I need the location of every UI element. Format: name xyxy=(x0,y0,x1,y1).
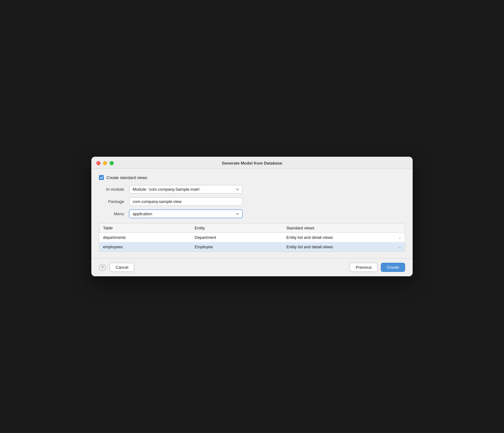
traffic-lights xyxy=(96,161,114,165)
create-standard-views-row: Create standard views xyxy=(99,175,405,180)
entities-table: Table Entity Standard views departmentsD… xyxy=(99,223,405,251)
chevron-down-icon: ⌄ xyxy=(398,236,401,239)
form-fields: In module Module: 'com.company.Sample.ma… xyxy=(99,185,405,218)
footer: ? Cancel Previous Create xyxy=(91,258,413,276)
help-button[interactable]: ? xyxy=(99,264,106,271)
table-views-text: Entity list and detail views xyxy=(286,245,333,249)
minimize-button[interactable] xyxy=(103,161,107,165)
menu-label: Menu xyxy=(99,211,124,216)
maximize-button[interactable] xyxy=(110,161,114,165)
table-views-text: Entity list and detail views xyxy=(286,235,333,240)
close-button[interactable] xyxy=(96,161,100,165)
footer-right: Previous Create xyxy=(350,263,405,272)
table-cell-entity: Employee xyxy=(191,242,283,252)
titlebar: Generate Model from Database xyxy=(91,157,413,169)
menu-control: application xyxy=(129,210,243,218)
col-header-standard-views: Standard views xyxy=(283,223,405,233)
menu-row: Menu application xyxy=(99,210,405,218)
footer-left: ? Cancel xyxy=(99,263,134,272)
cancel-button[interactable]: Cancel xyxy=(110,263,134,272)
create-standard-views-checkbox[interactable] xyxy=(99,175,104,180)
main-window: Generate Model from Database Create stan… xyxy=(91,157,413,276)
entities-table-container: Table Entity Standard views departmentsD… xyxy=(99,223,405,252)
table-cell-views: Entity list and detail views⌄ xyxy=(283,242,405,251)
table-cell-table: employees xyxy=(99,242,191,252)
main-content: Create standard views In module Module: … xyxy=(91,169,413,258)
table-cell-entity: Department xyxy=(191,233,283,242)
table-row[interactable]: employeesEmployeeEntity list and detail … xyxy=(99,242,405,252)
previous-button[interactable]: Previous xyxy=(350,263,378,272)
package-row: Package xyxy=(99,197,405,206)
table-cell-table: departments xyxy=(99,233,191,242)
chevron-down-icon: ⌄ xyxy=(398,245,401,249)
window-title: Generate Model from Database xyxy=(222,161,282,166)
col-header-table: Table xyxy=(99,223,191,233)
package-input[interactable] xyxy=(129,197,243,206)
menu-dropdown[interactable]: application xyxy=(129,210,243,218)
create-standard-views-label: Create standard views xyxy=(106,175,147,180)
table-body: departmentsDepartmentEntity list and det… xyxy=(99,233,405,252)
in-module-label: In module xyxy=(99,187,124,192)
table-cell-views: Entity list and detail views⌄ xyxy=(283,233,405,242)
create-button[interactable]: Create xyxy=(381,263,405,272)
table-header-row: Table Entity Standard views xyxy=(99,223,405,233)
in-module-control: Module: 'com.company.Sample.main' xyxy=(129,185,243,194)
in-module-row: In module Module: 'com.company.Sample.ma… xyxy=(99,185,405,194)
package-label: Package xyxy=(99,199,124,204)
package-control xyxy=(129,197,243,206)
table-row[interactable]: departmentsDepartmentEntity list and det… xyxy=(99,233,405,242)
col-header-entity: Entity xyxy=(191,223,283,233)
in-module-dropdown[interactable]: Module: 'com.company.Sample.main' xyxy=(129,185,243,194)
